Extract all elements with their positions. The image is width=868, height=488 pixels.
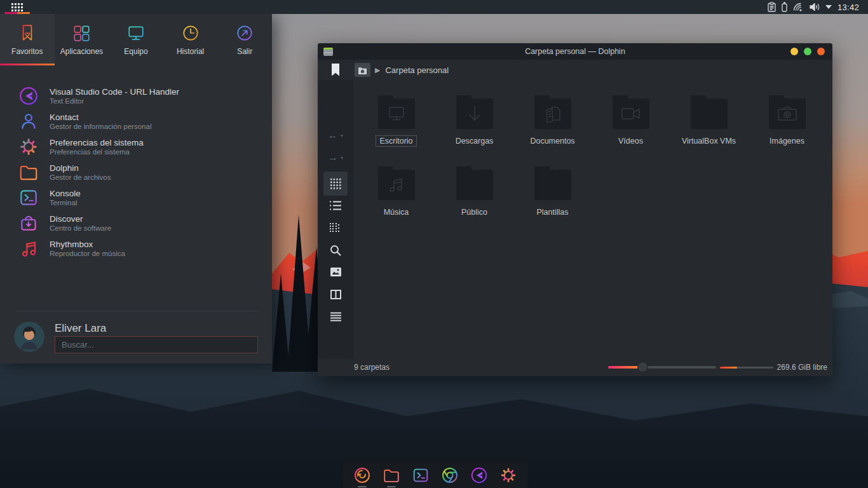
folder-item-documentos[interactable]: Documentos <box>513 97 592 168</box>
dock-item-vscode[interactable] <box>469 462 489 488</box>
folder-item-plantillas[interactable]: Plantillas <box>513 168 592 239</box>
folder-orange-icon <box>18 161 39 183</box>
app-subtitle: Preferencias del sistema <box>50 147 144 156</box>
system-tray: 13:42 <box>768 0 868 14</box>
leave-icon <box>235 24 254 43</box>
tab-salir[interactable]: Salir <box>217 14 272 65</box>
folder-item-videos[interactable]: Vídeos <box>592 97 670 168</box>
dock-item-terminal[interactable] <box>410 462 431 488</box>
app-item-preferencias[interactable]: Preferencias del sistema Preferencias de… <box>0 134 272 159</box>
search-input[interactable] <box>55 336 258 353</box>
app-item-vscode[interactable]: Visual Studio Code - URL Handler Text Ed… <box>0 83 272 109</box>
folder-view: Escritorio Descargas Documentos <box>357 97 827 239</box>
top-panel: 13:42 <box>0 0 868 14</box>
network-icon[interactable] <box>793 3 804 11</box>
app-title: Kontact <box>50 112 151 122</box>
person-icon <box>18 111 39 132</box>
app-title: Discover <box>50 214 111 224</box>
terminal-icon <box>18 187 39 208</box>
forward-button[interactable]: →▾ <box>318 152 353 163</box>
tab-aplicaciones[interactable]: Aplicaciones <box>55 14 109 65</box>
breadcrumb[interactable]: Carpeta personal <box>385 65 449 75</box>
battery-icon[interactable] <box>782 2 787 12</box>
breadcrumb-separator-icon: ▶ <box>375 66 380 74</box>
details-view-button[interactable] <box>318 223 353 233</box>
running-indicator <box>358 486 367 487</box>
tab-historial[interactable]: Historial <box>163 14 218 65</box>
menu-button[interactable] <box>318 312 353 322</box>
preview-icon[interactable] <box>318 268 353 276</box>
folder-item-descargas[interactable]: Descargas <box>435 97 513 168</box>
folder-label: VirtualBox VMs <box>678 135 740 147</box>
folder-label: Vídeos <box>614 135 647 147</box>
settings-gear-icon <box>499 466 518 485</box>
app-subtitle: Reproductor de música <box>50 249 125 258</box>
close-button[interactable] <box>817 48 825 55</box>
app-title: Dolphin <box>50 163 111 173</box>
folder-icon <box>613 98 649 129</box>
divider <box>16 311 257 311</box>
application-menu: Favoritos Aplicaciones Equipo <box>0 14 272 363</box>
clock-icon <box>181 24 200 43</box>
running-indicator <box>387 486 396 487</box>
caret-down-icon[interactable] <box>825 5 832 9</box>
split-view-button[interactable] <box>318 290 353 299</box>
dock-item-firefox[interactable] <box>352 462 372 488</box>
folder-label: Escritorio <box>376 135 416 147</box>
search-icon[interactable] <box>318 245 353 256</box>
home-folder-button[interactable] <box>355 63 370 77</box>
folder-icon <box>769 98 806 129</box>
app-subtitle: Gestor de información personal <box>50 122 151 131</box>
avatar[interactable] <box>14 322 44 352</box>
compact-view-button[interactable] <box>318 201 353 210</box>
folder-item-imagenes[interactable]: Imágenes <box>748 97 826 168</box>
folder-item-publico[interactable]: Público <box>435 168 513 239</box>
volume-icon[interactable] <box>810 3 820 11</box>
minimize-button[interactable] <box>790 48 798 55</box>
folder-label: Imágenes <box>766 135 808 147</box>
application-launcher-button[interactable] <box>3 0 32 14</box>
app-item-dolphin[interactable]: Dolphin Gestor de archivos <box>0 159 272 185</box>
tab-equipo[interactable]: Equipo <box>109 14 163 65</box>
folder-icon <box>534 170 571 200</box>
favorites-list: Visual Studio Code - URL Handler Text Ed… <box>0 65 272 261</box>
folder-item-escritorio[interactable]: Escritorio <box>357 97 435 168</box>
tab-label: Equipo <box>124 47 147 56</box>
maximize-button[interactable] <box>804 48 811 55</box>
software-bag-icon <box>18 212 39 234</box>
dock-item-chrome[interactable] <box>440 462 460 488</box>
app-item-rhythmbox[interactable]: Rhythmbox Reproductor de música <box>0 236 272 261</box>
gear-icon <box>18 136 39 158</box>
zoom-slider[interactable] <box>608 366 716 369</box>
app-item-konsole[interactable]: Konsole Terminal <box>0 185 272 210</box>
back-button[interactable]: ←▾ <box>318 130 353 140</box>
folder-icon <box>378 170 415 200</box>
folder-item-musica[interactable]: Música <box>357 168 435 239</box>
folder-label: Música <box>380 207 413 218</box>
app-grid-icon <box>72 24 91 43</box>
window-titlebar[interactable]: Carpeta personal — Dolphin <box>318 43 832 60</box>
app-item-discover[interactable]: Discover Centro de software <box>0 210 272 236</box>
dock-item-file-manager[interactable] <box>381 462 402 488</box>
tab-favoritos[interactable]: Favoritos <box>0 14 55 65</box>
dock-item-settings[interactable] <box>498 462 519 488</box>
music-note-icon <box>18 238 39 259</box>
terminal-icon <box>411 466 430 485</box>
icons-view-button[interactable] <box>318 179 353 189</box>
dolphin-window: Carpeta personal — Dolphin ▶ Carpeta per… <box>318 43 832 376</box>
app-item-kontact[interactable]: Kontact Gestor de información personal <box>0 109 272 134</box>
window-title: Carpeta personal — Dolphin <box>318 47 832 56</box>
bookmark-heart-icon <box>18 24 37 43</box>
clock[interactable]: 13:42 <box>837 3 859 12</box>
firefox-icon <box>353 466 372 485</box>
folder-item-virtualbox[interactable]: VirtualBox VMs <box>670 97 748 168</box>
zoom-slider-handle[interactable] <box>637 362 648 372</box>
free-space-label: 269.6 GiB libre <box>777 363 827 372</box>
folder-label: Plantillas <box>532 207 572 218</box>
folder-label: Documentos <box>526 135 578 147</box>
app-subtitle: Centro de software <box>50 224 111 233</box>
vscode-icon <box>470 466 489 485</box>
clipboard-icon[interactable] <box>768 2 776 12</box>
bookmark-icon[interactable] <box>332 64 339 76</box>
tab-label: Salir <box>237 47 252 56</box>
